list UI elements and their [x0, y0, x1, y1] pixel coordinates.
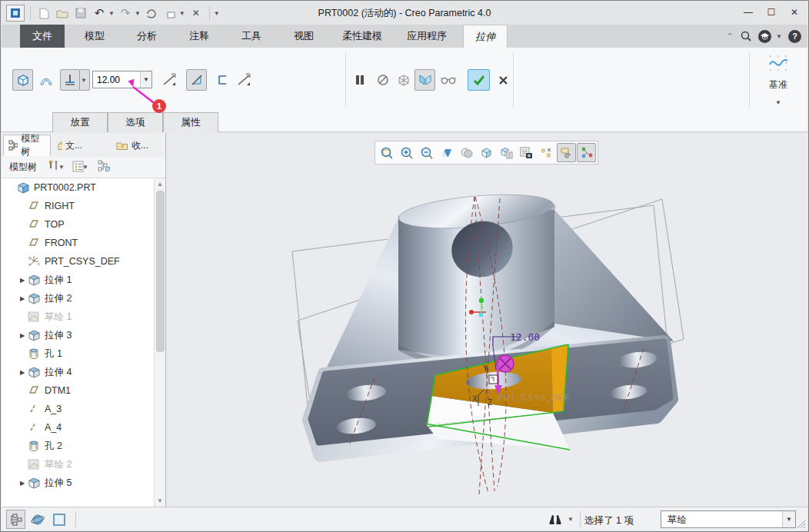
undo-dropdown[interactable]: ▼ [108, 10, 115, 17]
help-icon[interactable]: ? [788, 30, 801, 43]
learning-center-icon[interactable] [758, 30, 771, 43]
panel-tab-2[interactable]: 选项 [108, 112, 163, 132]
windows-dropdown[interactable]: ▼ [179, 10, 185, 17]
find-dropdown[interactable]: ▼ [566, 510, 577, 529]
depth-option-dropdown[interactable]: ▼ [79, 69, 90, 91]
repaint-button[interactable] [437, 143, 456, 162]
depth-value-field[interactable]: ▼ [92, 71, 152, 88]
panel-header-tab-2[interactable]: 文... [52, 135, 88, 156]
tree-item-FRONT[interactable]: FRONT [2, 234, 155, 252]
screen-capture-button[interactable] [517, 143, 536, 162]
learning-center-dropdown[interactable]: ▼ [776, 33, 782, 40]
cancel-button[interactable] [494, 69, 512, 91]
undo-button[interactable]: ↶ [92, 5, 107, 21]
expand-arrow-icon[interactable]: ▶ [17, 277, 28, 284]
redo-button[interactable]: ↷ [118, 5, 133, 21]
spin-center-button[interactable] [577, 143, 596, 162]
extrude-surface-button[interactable] [35, 69, 56, 91]
ribbon-tab-4[interactable]: 注释 [177, 25, 221, 48]
tree-item-草绘-1[interactable]: 草绘 1 [2, 308, 155, 326]
saved-orientations-button[interactable] [477, 143, 496, 162]
expand-arrow-icon[interactable]: ▶ [17, 295, 28, 302]
ribbon-tab-1[interactable]: 文件 [20, 25, 65, 48]
tree-scrollbar[interactable]: ▲ ▼ [154, 178, 165, 507]
tree-item-拉伸-3[interactable]: ▶拉伸 3 [2, 326, 155, 344]
ribbon-tab-5[interactable]: 工具 [229, 25, 274, 48]
geometry-preview-button[interactable] [414, 69, 435, 91]
tree-item-PRT0002.PRT[interactable]: PRT0002.PRT [2, 178, 155, 197]
regenerate-button[interactable] [144, 5, 159, 21]
close-button[interactable]: ✕ [787, 5, 801, 19]
tree-item-RIGHT[interactable]: RIGHT [2, 197, 155, 215]
wireframe-preview-button[interactable] [394, 69, 413, 91]
flip-depth-direction-button[interactable] [158, 69, 180, 91]
display-style-button[interactable] [457, 143, 476, 162]
scroll-up-icon[interactable]: ▲ [155, 178, 165, 190]
scroll-down-icon[interactable]: ▼ [155, 495, 165, 507]
collapse-ribbon-icon[interactable]: ⌃ [727, 32, 734, 42]
tree-item-A_3[interactable]: A_3 [2, 400, 155, 418]
panel-header-tab-3[interactable]: ✳收... [111, 135, 155, 156]
datum-group-button[interactable]: 基准 ▼ [760, 54, 797, 106]
tree-item-草绘-2[interactable]: 草绘 2 [2, 455, 155, 474]
tree-item-拉伸-1[interactable]: ▶拉伸 1 [2, 271, 155, 289]
expand-arrow-icon[interactable]: ▶ [17, 332, 28, 339]
thicken-sketch-button[interactable] [212, 69, 231, 91]
close-window-button[interactable]: ✕ [188, 5, 204, 21]
expand-arrow-icon[interactable]: ▶ [17, 369, 28, 376]
tree-filters-dropdown[interactable]: ▼ [82, 164, 88, 171]
view-manager-button[interactable] [497, 143, 516, 162]
filter-dropdown[interactable]: ▼ [782, 511, 795, 527]
refit-button[interactable] [377, 143, 396, 162]
toggle-browser-button[interactable] [28, 510, 47, 529]
panel-header-tab-1[interactable]: 模型树 [3, 135, 51, 156]
tree-show-icon[interactable] [98, 160, 111, 175]
tree-tools-dropdown[interactable]: ▼ [58, 164, 65, 171]
tree-item-DTM1[interactable]: DTM1 [2, 381, 155, 400]
flip-material-side-button[interactable] [233, 69, 255, 91]
pause-button[interactable] [351, 69, 369, 91]
panel-tab-3[interactable]: 属性 [163, 112, 218, 132]
windows-button[interactable] [162, 5, 178, 21]
tree-item-拉伸-5[interactable]: ▶拉伸 5 [2, 474, 155, 492]
save-button[interactable] [73, 5, 88, 21]
no-preview-button[interactable] [374, 69, 392, 91]
zoom-out-button[interactable] [417, 143, 436, 162]
find-button[interactable] [544, 510, 566, 529]
ribbon-tab-7[interactable]: 柔性建模 [334, 25, 391, 48]
ribbon-tab-2[interactable]: 模型 [72, 25, 117, 48]
ribbon-tab-8[interactable]: 应用程序 [398, 25, 455, 48]
ok-button[interactable] [468, 69, 490, 91]
tree-item-TOP[interactable]: TOP [2, 215, 155, 234]
tree-item-A_4[interactable]: A_4 [2, 418, 155, 437]
ribbon-tab-3[interactable]: 分析 [125, 25, 169, 48]
remove-material-button[interactable] [186, 69, 207, 91]
ribbon-tab-6[interactable]: 视图 [281, 25, 326, 48]
minimize-button[interactable]: — [741, 5, 755, 19]
datum-display-filters-button[interactable]: ✲✲ [537, 143, 556, 162]
panel-tab-1[interactable]: 放置 [52, 112, 108, 132]
tree-item-拉伸-4[interactable]: ▶拉伸 4 [2, 363, 155, 381]
customize-qat-dropdown[interactable]: ▼ [214, 10, 220, 17]
toggle-model-tree-button[interactable] [6, 510, 25, 529]
ribbon-tab-9[interactable]: 拉伸 [463, 25, 508, 48]
tree-item-拉伸-2[interactable]: ▶拉伸 2 [2, 289, 155, 308]
tree-item-孔-2[interactable]: 孔 2 [2, 437, 155, 455]
scroll-thumb[interactable] [156, 191, 165, 352]
fullscreen-button[interactable] [49, 510, 68, 529]
expand-arrow-icon[interactable]: ▶ [17, 480, 28, 487]
datum-dropdown[interactable]: ▼ [760, 99, 797, 106]
verify-glasses-button[interactable] [438, 69, 458, 91]
annotation-display-button[interactable] [557, 143, 576, 162]
resize-grip[interactable] [797, 520, 806, 529]
depth-value-dropdown[interactable]: ▼ [140, 71, 151, 88]
tree-item-孔-1[interactable]: 孔 1 [2, 344, 155, 363]
app-menu-button[interactable] [6, 5, 25, 22]
search-icon[interactable] [740, 30, 752, 42]
tree-item-PRT_CSYS_DEF[interactable]: yxzPRT_CSYS_DEF [2, 252, 155, 271]
new-file-button[interactable] [36, 5, 52, 21]
graphics-area[interactable]: ✲✲ [167, 133, 808, 507]
selection-filter-combo[interactable]: 草绘 ▼ [661, 510, 796, 528]
zoom-in-button[interactable] [397, 143, 416, 162]
maximize-button[interactable]: ☐ [764, 5, 778, 19]
